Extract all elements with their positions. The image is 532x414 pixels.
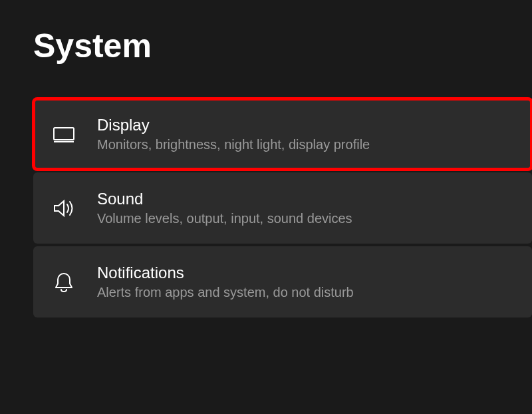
- sound-icon: [52, 196, 76, 220]
- settings-item-subtitle: Monitors, brightness, night light, displ…: [97, 137, 370, 152]
- settings-item-text: Display Monitors, brightness, night ligh…: [97, 116, 370, 152]
- page-title: System: [33, 27, 532, 65]
- svg-rect-0: [54, 128, 74, 140]
- settings-item-title: Display: [97, 116, 370, 134]
- settings-item-subtitle: Alerts from apps and system, do not dist…: [97, 285, 354, 300]
- settings-item-notifications[interactable]: Notifications Alerts from apps and syste…: [33, 246, 532, 317]
- settings-item-text: Notifications Alerts from apps and syste…: [97, 264, 354, 300]
- settings-item-text: Sound Volume levels, output, input, soun…: [97, 190, 352, 226]
- bell-icon: [52, 270, 76, 294]
- settings-item-sound[interactable]: Sound Volume levels, output, input, soun…: [33, 172, 532, 244]
- system-settings-page: System Display Monitors, brightness, nig…: [0, 0, 532, 317]
- settings-item-title: Sound: [97, 190, 352, 208]
- settings-item-subtitle: Volume levels, output, input, sound devi…: [97, 211, 352, 226]
- display-icon: [52, 122, 76, 146]
- settings-list: Display Monitors, brightness, night ligh…: [33, 99, 532, 317]
- settings-item-display[interactable]: Display Monitors, brightness, night ligh…: [33, 99, 532, 170]
- settings-item-title: Notifications: [97, 264, 354, 282]
